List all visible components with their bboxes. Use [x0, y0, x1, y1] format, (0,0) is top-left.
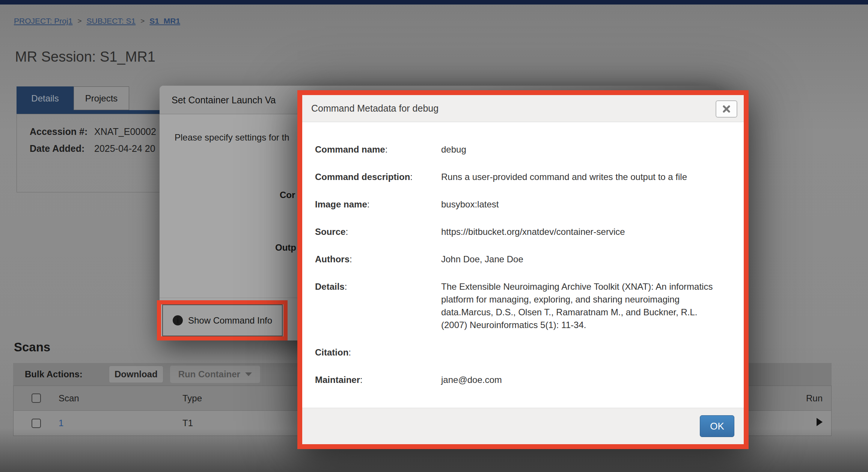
ok-button[interactable]: OK	[700, 415, 734, 437]
tab-details[interactable]: Details	[17, 86, 74, 110]
metadata-row-citation: Citation:	[315, 346, 732, 359]
breadcrumb-separator: >	[140, 17, 145, 25]
command-name-value: debug	[441, 143, 725, 156]
show-command-info-label: Show Command Info	[188, 315, 272, 326]
run-container-button[interactable]: Run Container	[170, 366, 260, 383]
close-icon	[723, 105, 730, 113]
command-metadata-modal: Command Metadata for debug Command name:…	[297, 90, 749, 449]
authors-value: John Doe, Jane Doe	[441, 253, 725, 266]
bulk-actions-label: Bulk Actions:	[25, 369, 83, 380]
breadcrumb-separator: >	[77, 17, 81, 25]
command-description-value: Runs a user-provided command and writes …	[441, 171, 725, 183]
top-nav-bar	[0, 0, 868, 5]
launch-field-label-output: Outp	[275, 242, 296, 253]
maintainer-value: jane@doe.com	[441, 374, 725, 386]
scan-column-header: Scan	[59, 393, 182, 404]
breadcrumb: PROJECT: Proj1 > SUBJECT: S1 > S1_MR1	[14, 17, 180, 26]
accession-label: Accession #:	[30, 126, 94, 137]
close-button[interactable]	[716, 100, 737, 118]
tab-projects[interactable]: Projects	[74, 86, 129, 110]
download-button[interactable]: Download	[109, 366, 163, 383]
metadata-modal-title: Command Metadata for debug	[302, 95, 744, 122]
breadcrumb-subject-link[interactable]: SUBJECT: S1	[86, 17, 136, 26]
breadcrumb-project-link[interactable]: PROJECT: Proj1	[14, 17, 72, 26]
chevron-down-icon	[245, 372, 252, 376]
image-name-value: busybox:latest	[441, 198, 725, 211]
run-column-header: Run	[778, 393, 831, 404]
page-title: MR Session: S1_MR1	[15, 49, 155, 65]
xnat-page: PROJECT: Proj1 > SUBJECT: S1 > S1_MR1 MR…	[0, 0, 868, 472]
tab-strip: Details Projects	[17, 86, 129, 110]
row-checkbox[interactable]	[32, 419, 41, 428]
metadata-row-command-description: Command description: Runs a user-provide…	[315, 171, 732, 183]
metadata-modal-footer: OK	[302, 408, 744, 444]
citation-value	[441, 346, 725, 359]
metadata-row-source: Source: https://bitbucket.org/xnatdev/co…	[315, 225, 732, 238]
breadcrumb-session-link[interactable]: S1_MR1	[149, 17, 180, 26]
details-value: The Extensible Neuroimaging Archive Tool…	[441, 280, 725, 331]
show-command-info-button[interactable]: i Show Command Info	[162, 304, 283, 336]
metadata-modal-body: Command name: debug Command description:…	[302, 122, 744, 401]
launch-dialog-instructions: Please specify settings for th	[175, 132, 289, 143]
select-all-checkbox[interactable]	[32, 393, 41, 403]
run-expand-arrow-icon[interactable]	[817, 418, 823, 426]
launch-field-label-command: Cor	[280, 190, 295, 200]
accession-value: XNAT_E00002	[94, 126, 156, 137]
metadata-row-image-name: Image name: busybox:latest	[315, 198, 732, 211]
date-added-value: 2025-04-24 20	[94, 143, 155, 154]
run-container-label: Run Container	[178, 369, 240, 380]
scans-heading: Scans	[14, 340, 50, 354]
metadata-row-authors: Authors: John Doe, Jane Doe	[315, 253, 732, 266]
info-icon: i	[173, 315, 183, 325]
scan-id-link[interactable]: 1	[59, 418, 63, 428]
metadata-row-command-name: Command name: debug	[315, 143, 732, 156]
date-added-label: Date Added:	[30, 143, 94, 154]
metadata-row-maintainer: Maintainer: jane@doe.com	[315, 374, 732, 386]
metadata-row-details: Details: The Extensible Neuroimaging Arc…	[315, 280, 732, 331]
metadata-modal-titlebar[interactable]: Command Metadata for debug	[302, 95, 744, 122]
show-command-info-highlight: i Show Command Info	[157, 300, 288, 340]
source-value: https://bitbucket.org/xnatdev/container-…	[441, 225, 725, 238]
